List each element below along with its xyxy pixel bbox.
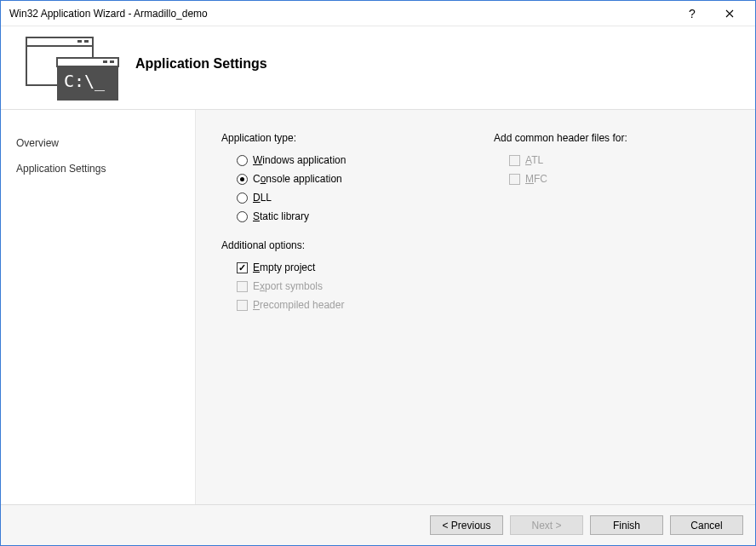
titlebar: Win32 Application Wizard - Armadillo_dem… bbox=[1, 1, 755, 26]
radio-label: Windows application bbox=[253, 154, 346, 166]
radio-icon bbox=[237, 155, 248, 166]
radio-icon bbox=[237, 211, 248, 222]
checkbox-label: MFC bbox=[525, 173, 547, 185]
header: C:\_ Application Settings bbox=[1, 26, 755, 109]
checkbox-label: ATL bbox=[525, 154, 543, 166]
previous-button[interactable]: < Previous bbox=[430, 515, 503, 535]
svg-rect-2 bbox=[77, 40, 82, 43]
wizard-icon: C:\_ bbox=[25, 36, 120, 101]
help-button[interactable]: ? bbox=[673, 2, 711, 26]
body: Overview Application Settings Applicatio… bbox=[1, 109, 755, 504]
wizard-window: Win32 Application Wizard - Armadillo_dem… bbox=[0, 0, 756, 546]
additional-options-label: Additional options: bbox=[221, 239, 443, 251]
radio-dll[interactable]: DLL bbox=[221, 188, 443, 207]
sidebar-item-overview[interactable]: Overview bbox=[16, 130, 180, 156]
svg-rect-5 bbox=[57, 58, 118, 66]
sidebar: Overview Application Settings bbox=[1, 110, 195, 504]
radio-icon bbox=[237, 193, 248, 204]
checkbox-atl: ATL bbox=[494, 151, 627, 170]
footer: < Previous Next > Finish Cancel bbox=[1, 504, 755, 545]
close-button[interactable] bbox=[711, 2, 748, 26]
window-title: Win32 Application Wizard - Armadillo_dem… bbox=[9, 8, 673, 20]
sidebar-item-application-settings[interactable]: Application Settings bbox=[16, 156, 180, 181]
checkbox-label: Precompiled header bbox=[253, 299, 344, 311]
cancel-button[interactable]: Cancel bbox=[670, 515, 743, 535]
checkbox-mfc: MFC bbox=[494, 170, 627, 188]
radio-console-application[interactable]: Console application bbox=[221, 170, 443, 188]
svg-rect-6 bbox=[103, 60, 107, 63]
checkbox-export-symbols: Export symbols bbox=[221, 277, 443, 296]
svg-rect-1 bbox=[26, 37, 93, 46]
radio-windows-application[interactable]: Windows application bbox=[221, 151, 443, 170]
checkbox-label: Export symbols bbox=[253, 280, 323, 292]
svg-rect-3 bbox=[84, 40, 89, 43]
checkbox-precompiled-header: Precompiled header bbox=[221, 296, 443, 314]
svg-text:C:\_: C:\_ bbox=[64, 71, 106, 91]
checkbox-icon bbox=[509, 174, 520, 185]
next-button: Next > bbox=[510, 515, 583, 535]
close-icon bbox=[725, 9, 734, 18]
checkbox-label: Empty project bbox=[253, 262, 315, 273]
content: Application type: Windows application Co… bbox=[195, 110, 755, 504]
radio-label: Static library bbox=[253, 210, 309, 222]
finish-button[interactable]: Finish bbox=[590, 515, 663, 535]
header-files-label: Add common header files for: bbox=[494, 132, 627, 144]
checkbox-icon bbox=[237, 262, 248, 273]
checkbox-empty-project[interactable]: Empty project bbox=[221, 258, 443, 277]
radio-label: DLL bbox=[253, 192, 272, 204]
app-type-label: Application type: bbox=[221, 132, 443, 144]
radio-icon bbox=[237, 174, 248, 185]
checkbox-icon bbox=[237, 300, 248, 311]
svg-rect-7 bbox=[110, 60, 114, 63]
radio-static-library[interactable]: Static library bbox=[221, 207, 443, 226]
checkbox-icon bbox=[237, 281, 248, 292]
page-title: Application Settings bbox=[135, 56, 267, 72]
checkbox-icon bbox=[509, 155, 520, 166]
radio-label: Console application bbox=[253, 173, 342, 185]
